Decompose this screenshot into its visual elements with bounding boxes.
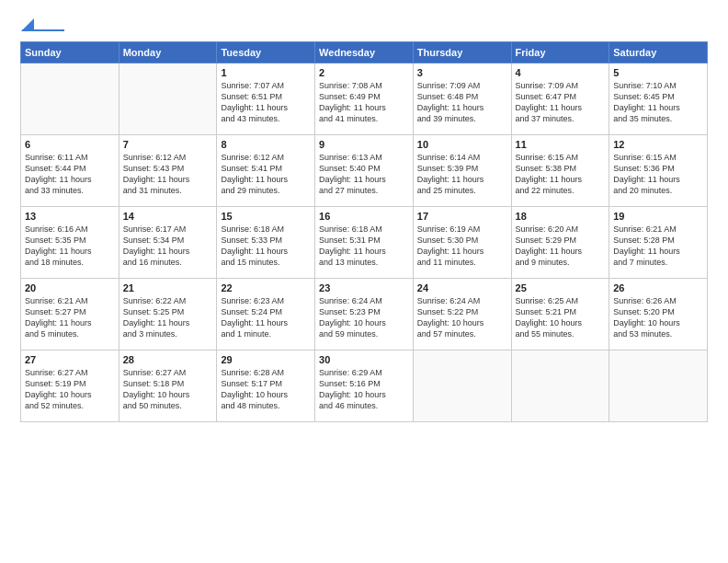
day-cell: 6Sunrise: 6:11 AMSunset: 5:44 PMDaylight… <box>21 135 119 207</box>
calendar: SundayMondayTuesdayWednesdayThursdayFrid… <box>20 41 708 422</box>
day-info: Sunrise: 7:08 AMSunset: 6:49 PMDaylight:… <box>319 80 409 125</box>
day-cell: 26Sunrise: 6:26 AMSunset: 5:20 PMDayligh… <box>609 279 708 350</box>
day-cell: 19Sunrise: 6:21 AMSunset: 5:28 PMDayligh… <box>609 207 708 279</box>
day-cell: 25Sunrise: 6:25 AMSunset: 5:21 PMDayligh… <box>511 279 609 350</box>
day-cell: 10Sunrise: 6:14 AMSunset: 5:39 PMDayligh… <box>413 135 511 207</box>
weekday-header-monday: Monday <box>119 42 217 63</box>
day-number: 12 <box>613 139 703 150</box>
day-info: Sunrise: 6:17 AMSunset: 5:34 PMDaylight:… <box>123 224 213 269</box>
day-info: Sunrise: 6:21 AMSunset: 5:27 PMDaylight:… <box>25 295 115 340</box>
day-info: Sunrise: 6:20 AMSunset: 5:29 PMDaylight:… <box>516 224 606 269</box>
weekday-header-tuesday: Tuesday <box>217 42 315 63</box>
day-cell: 12Sunrise: 6:15 AMSunset: 5:36 PMDayligh… <box>609 135 708 207</box>
day-cell: 7Sunrise: 6:12 AMSunset: 5:43 PMDaylight… <box>119 135 217 207</box>
day-number: 17 <box>417 211 507 222</box>
day-number: 20 <box>25 282 115 293</box>
day-cell <box>119 63 217 135</box>
day-number: 30 <box>319 354 409 365</box>
weekday-header-wednesday: Wednesday <box>315 42 414 63</box>
day-info: Sunrise: 6:28 AMSunset: 5:17 PMDaylight:… <box>221 367 311 412</box>
day-number: 24 <box>417 282 507 293</box>
week-row-4: 20Sunrise: 6:21 AMSunset: 5:27 PMDayligh… <box>21 279 708 350</box>
day-info: Sunrise: 6:18 AMSunset: 5:31 PMDaylight:… <box>319 224 409 269</box>
day-cell: 22Sunrise: 6:23 AMSunset: 5:24 PMDayligh… <box>217 279 315 350</box>
day-info: Sunrise: 7:07 AMSunset: 6:51 PMDaylight:… <box>221 80 311 125</box>
day-number: 13 <box>25 211 115 222</box>
day-cell: 11Sunrise: 6:15 AMSunset: 5:38 PMDayligh… <box>511 135 609 207</box>
day-number: 27 <box>25 354 115 365</box>
day-info: Sunrise: 6:22 AMSunset: 5:25 PMDaylight:… <box>123 295 213 340</box>
day-number: 29 <box>221 354 311 365</box>
day-info: Sunrise: 6:27 AMSunset: 5:18 PMDaylight:… <box>123 367 213 412</box>
week-row-1: 1Sunrise: 7:07 AMSunset: 6:51 PMDaylight… <box>21 63 708 135</box>
day-info: Sunrise: 6:15 AMSunset: 5:36 PMDaylight:… <box>613 152 703 197</box>
weekday-header-saturday: Saturday <box>609 42 708 63</box>
day-info: Sunrise: 6:25 AMSunset: 5:21 PMDaylight:… <box>516 295 606 340</box>
day-info: Sunrise: 6:11 AMSunset: 5:44 PMDaylight:… <box>25 152 115 197</box>
page: SundayMondayTuesdayWednesdayThursdayFrid… <box>0 0 728 563</box>
header <box>20 17 708 32</box>
day-cell: 14Sunrise: 6:17 AMSunset: 5:34 PMDayligh… <box>119 207 217 279</box>
day-number: 5 <box>613 67 703 78</box>
day-info: Sunrise: 6:29 AMSunset: 5:16 PMDaylight:… <box>319 367 409 412</box>
day-number: 7 <box>123 139 213 150</box>
weekday-header-sunday: Sunday <box>21 42 119 63</box>
day-info: Sunrise: 6:15 AMSunset: 5:38 PMDaylight:… <box>516 152 606 197</box>
day-cell: 29Sunrise: 6:28 AMSunset: 5:17 PMDayligh… <box>217 350 315 422</box>
day-info: Sunrise: 6:12 AMSunset: 5:41 PMDaylight:… <box>221 152 311 197</box>
day-number: 6 <box>25 139 115 150</box>
weekday-header-row: SundayMondayTuesdayWednesdayThursdayFrid… <box>21 42 708 63</box>
day-cell: 28Sunrise: 6:27 AMSunset: 5:18 PMDayligh… <box>119 350 217 422</box>
day-info: Sunrise: 6:12 AMSunset: 5:43 PMDaylight:… <box>123 152 213 197</box>
day-cell: 30Sunrise: 6:29 AMSunset: 5:16 PMDayligh… <box>315 350 414 422</box>
day-info: Sunrise: 6:13 AMSunset: 5:40 PMDaylight:… <box>319 152 409 197</box>
week-row-5: 27Sunrise: 6:27 AMSunset: 5:19 PMDayligh… <box>21 350 708 422</box>
day-info: Sunrise: 6:24 AMSunset: 5:23 PMDaylight:… <box>319 295 409 340</box>
day-cell: 18Sunrise: 6:20 AMSunset: 5:29 PMDayligh… <box>511 207 609 279</box>
day-number: 1 <box>221 67 311 78</box>
day-info: Sunrise: 6:21 AMSunset: 5:28 PMDaylight:… <box>613 224 703 269</box>
day-number: 2 <box>319 67 409 78</box>
day-number: 23 <box>319 282 409 293</box>
day-info: Sunrise: 6:16 AMSunset: 5:35 PMDaylight:… <box>25 224 115 269</box>
day-number: 8 <box>221 139 311 150</box>
day-number: 11 <box>516 139 606 150</box>
day-cell: 16Sunrise: 6:18 AMSunset: 5:31 PMDayligh… <box>315 207 414 279</box>
day-cell <box>413 350 511 422</box>
day-info: Sunrise: 6:27 AMSunset: 5:19 PMDaylight:… <box>25 367 115 412</box>
day-cell: 2Sunrise: 7:08 AMSunset: 6:49 PMDaylight… <box>315 63 414 135</box>
day-cell: 21Sunrise: 6:22 AMSunset: 5:25 PMDayligh… <box>119 279 217 350</box>
day-number: 18 <box>516 211 606 222</box>
day-number: 9 <box>319 139 409 150</box>
day-info: Sunrise: 6:26 AMSunset: 5:20 PMDaylight:… <box>613 295 703 340</box>
day-cell: 15Sunrise: 6:18 AMSunset: 5:33 PMDayligh… <box>217 207 315 279</box>
day-cell: 23Sunrise: 6:24 AMSunset: 5:23 PMDayligh… <box>315 279 414 350</box>
day-cell: 9Sunrise: 6:13 AMSunset: 5:40 PMDaylight… <box>315 135 414 207</box>
day-cell <box>21 63 119 135</box>
day-info: Sunrise: 6:24 AMSunset: 5:22 PMDaylight:… <box>417 295 507 340</box>
weekday-header-thursday: Thursday <box>413 42 511 63</box>
day-number: 28 <box>123 354 213 365</box>
day-cell: 8Sunrise: 6:12 AMSunset: 5:41 PMDaylight… <box>217 135 315 207</box>
week-row-2: 6Sunrise: 6:11 AMSunset: 5:44 PMDaylight… <box>21 135 708 207</box>
day-info: Sunrise: 6:18 AMSunset: 5:33 PMDaylight:… <box>221 224 311 269</box>
day-number: 3 <box>417 67 507 78</box>
day-cell: 4Sunrise: 7:09 AMSunset: 6:47 PMDaylight… <box>511 63 609 135</box>
day-cell: 3Sunrise: 7:09 AMSunset: 6:48 PMDaylight… <box>413 63 511 135</box>
day-cell: 5Sunrise: 7:10 AMSunset: 6:45 PMDaylight… <box>609 63 708 135</box>
day-cell: 27Sunrise: 6:27 AMSunset: 5:19 PMDayligh… <box>21 350 119 422</box>
day-cell: 13Sunrise: 6:16 AMSunset: 5:35 PMDayligh… <box>21 207 119 279</box>
day-number: 19 <box>613 211 703 222</box>
day-info: Sunrise: 6:23 AMSunset: 5:24 PMDaylight:… <box>221 295 311 340</box>
logo <box>20 17 64 32</box>
day-cell: 1Sunrise: 7:07 AMSunset: 6:51 PMDaylight… <box>217 63 315 135</box>
day-number: 4 <box>516 67 606 78</box>
week-row-3: 13Sunrise: 6:16 AMSunset: 5:35 PMDayligh… <box>21 207 708 279</box>
day-cell <box>511 350 609 422</box>
day-info: Sunrise: 7:09 AMSunset: 6:48 PMDaylight:… <box>417 80 507 125</box>
day-cell: 17Sunrise: 6:19 AMSunset: 5:30 PMDayligh… <box>413 207 511 279</box>
weekday-header-friday: Friday <box>511 42 609 63</box>
day-number: 21 <box>123 282 213 293</box>
day-info: Sunrise: 7:09 AMSunset: 6:47 PMDaylight:… <box>516 80 606 125</box>
day-number: 22 <box>221 282 311 293</box>
